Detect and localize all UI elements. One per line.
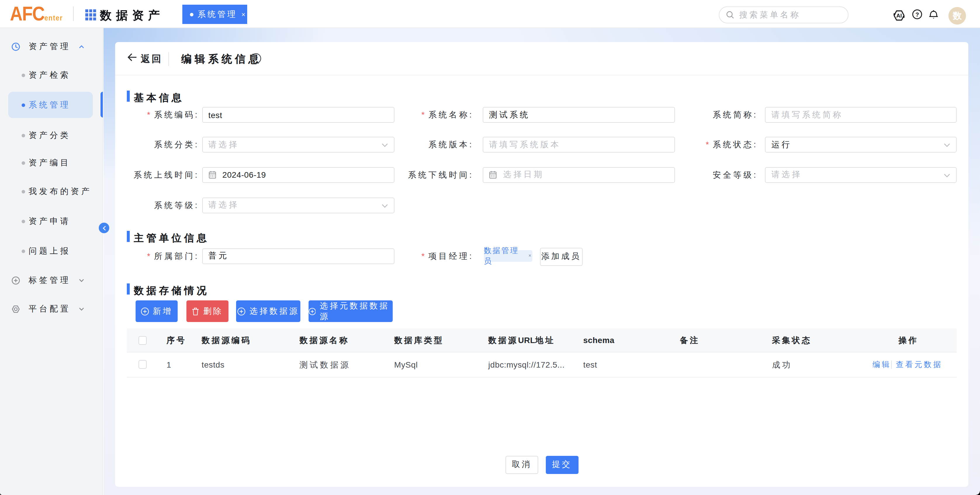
- svg-text:?: ?: [254, 55, 258, 62]
- svg-text:?: ?: [915, 11, 919, 18]
- svg-text:AI: AI: [896, 13, 902, 19]
